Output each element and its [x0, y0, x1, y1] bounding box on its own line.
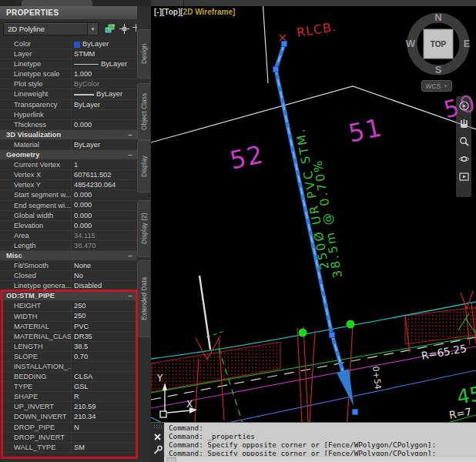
- property-value[interactable]: [71, 433, 137, 443]
- property-value[interactable]: DR35: [71, 332, 137, 342]
- command-window[interactable]: Command:Command: _propertiesCommand: Spe…: [151, 422, 476, 462]
- chevron-down-icon[interactable]: ▾: [87, 23, 98, 35]
- command-history[interactable]: Command:Command: _propertiesCommand: Spe…: [164, 424, 476, 457]
- property-value[interactable]: 0.000: [71, 190, 137, 200]
- property-value[interactable]: No: [71, 271, 137, 281]
- property-value[interactable]: 0.000: [71, 221, 137, 231]
- property-value[interactable]: 4854230.064: [71, 180, 137, 190]
- zoom-icon[interactable]: [458, 135, 469, 148]
- property-value[interactable]: [71, 110, 137, 120]
- property-value[interactable]: 0.000: [71, 120, 137, 130]
- property-row[interactable]: Vertex Y4854230.064: [0, 180, 137, 190]
- property-value[interactable]: 0.000: [71, 201, 137, 211]
- property-row[interactable]: Linetype genera...Disabled: [0, 281, 137, 291]
- property-value[interactable]: 210.59: [71, 402, 137, 412]
- property-row[interactable]: SLOPE0.70: [0, 352, 137, 362]
- property-row[interactable]: LENGTH38.5: [0, 342, 137, 352]
- collapse-icon[interactable]: −: [128, 150, 132, 160]
- drawing-viewport[interactable]: [-][Top][2D Wireframe]: [151, 6, 476, 422]
- property-row[interactable]: TransparencyByLayer: [0, 100, 137, 110]
- property-row[interactable]: MATERIALPVC: [0, 322, 137, 332]
- property-row[interactable]: HEIGHT250: [0, 301, 137, 311]
- property-row[interactable]: Hyperlink: [0, 110, 137, 120]
- property-value[interactable]: 0.70: [71, 352, 137, 362]
- property-value[interactable]: 34.115: [71, 231, 137, 241]
- property-value[interactable]: SM: [71, 443, 137, 453]
- navigation-wheel-icon[interactable]: [458, 99, 469, 112]
- property-row[interactable]: ColorByLayer: [0, 39, 137, 49]
- viewcube[interactable]: TOP N S W E: [405, 11, 473, 79]
- section-header[interactable]: Misc−: [0, 251, 137, 261]
- close-icon[interactable]: [153, 433, 162, 441]
- palette-tab-object-class[interactable]: Object Class: [137, 83, 150, 140]
- wcs-dropdown[interactable]: WCS ▼: [421, 80, 452, 92]
- navigation-bar[interactable]: [456, 96, 471, 197]
- property-value[interactable]: 1.000: [71, 69, 137, 79]
- property-value[interactable]: ByLayer: [71, 89, 137, 99]
- property-value[interactable]: ByLayer: [71, 140, 137, 150]
- property-row[interactable]: Current Vertex1: [0, 160, 137, 170]
- drag-handle[interactable]: [153, 424, 162, 430]
- palette-tab-extended-data[interactable]: Extended Data: [137, 260, 150, 337]
- property-value[interactable]: 38.470: [71, 241, 137, 251]
- showmotion-icon[interactable]: [458, 170, 469, 183]
- collapse-icon[interactable]: −: [128, 291, 132, 301]
- collapse-icon[interactable]: −: [128, 130, 132, 140]
- property-value[interactable]: STMM: [71, 49, 137, 59]
- property-value[interactable]: 38.5: [71, 342, 137, 352]
- property-value[interactable]: None: [71, 261, 137, 271]
- pan-icon[interactable]: [458, 117, 469, 130]
- orbit-icon[interactable]: [458, 152, 469, 166]
- property-value[interactable]: ByLayer: [71, 59, 137, 69]
- palette-tab-design[interactable]: Design: [137, 29, 150, 79]
- property-row[interactable]: MaterialByLayer: [0, 140, 137, 150]
- property-row[interactable]: LinetypeByLayer: [0, 59, 137, 69]
- viewport-controls[interactable]: [-][Top][2D Wireframe]: [154, 8, 235, 16]
- property-row[interactable]: Thickness0.000: [0, 120, 137, 130]
- select-objects-icon[interactable]: [118, 22, 131, 35]
- property-value[interactable]: PVC: [71, 322, 137, 332]
- property-value[interactable]: R: [71, 392, 137, 402]
- property-row[interactable]: UP_INVERT210.59: [0, 402, 137, 412]
- property-row[interactable]: Length38.470: [0, 241, 137, 251]
- property-row[interactable]: Fit/SmoothNone: [0, 261, 137, 271]
- property-row[interactable]: TYPEGSL: [0, 382, 137, 392]
- property-row[interactable]: Plot styleByColor: [0, 79, 137, 89]
- object-type-dropdown[interactable]: 2D Polyline ▾: [3, 22, 99, 35]
- property-row[interactable]: DROP_INVERT: [0, 433, 137, 443]
- property-row[interactable]: ClosedNo: [0, 271, 137, 281]
- property-row[interactable]: INSTALLATION_...: [0, 362, 137, 372]
- collapse-icon[interactable]: −: [128, 251, 132, 261]
- customize-icon[interactable]: [153, 445, 163, 455]
- property-row[interactable]: Elevation0.000: [0, 221, 137, 231]
- property-value[interactable]: CLSA: [71, 372, 137, 382]
- property-row[interactable]: BEDDINGCLSA: [0, 372, 137, 382]
- property-value[interactable]: 250: [71, 301, 137, 311]
- property-row[interactable]: End segment wi...0.000: [0, 201, 137, 211]
- property-row[interactable]: LineweightByLayer: [0, 89, 137, 99]
- property-row[interactable]: Global width0.000: [0, 211, 137, 221]
- section-header[interactable]: Geometry−: [0, 150, 137, 160]
- property-row[interactable]: DROP_PIPEN: [0, 423, 137, 433]
- property-row[interactable]: Start segment w...0.000: [0, 190, 137, 200]
- property-value[interactable]: Disabled: [71, 281, 137, 291]
- property-value[interactable]: 0.000: [71, 211, 137, 221]
- property-value[interactable]: N: [71, 423, 137, 433]
- palette-tab-display-2-[interactable]: Display (2): [137, 200, 150, 257]
- visual-style-label[interactable]: 2D Wireframe]: [183, 8, 236, 16]
- property-row[interactable]: Area34.115: [0, 231, 137, 241]
- property-value[interactable]: [71, 362, 137, 372]
- property-value[interactable]: GSL: [71, 382, 137, 392]
- quick-select-icon[interactable]: [103, 22, 116, 35]
- property-row[interactable]: DOWN_INVERT210.34: [0, 412, 137, 422]
- viewport-control-labels[interactable]: [-][Top][: [154, 8, 183, 16]
- command-input-row[interactable]: [164, 456, 476, 462]
- property-value[interactable]: ByLayer: [71, 100, 137, 110]
- property-value[interactable]: 1: [71, 160, 137, 170]
- property-value[interactable]: ByLayer: [71, 39, 137, 49]
- section-header[interactable]: 3D Visualization−: [0, 130, 137, 140]
- property-value[interactable]: ByColor: [71, 79, 137, 89]
- property-row[interactable]: LayerSTMM: [0, 49, 137, 59]
- property-value[interactable]: 607611.502: [71, 170, 137, 180]
- property-value[interactable]: 250: [71, 312, 137, 322]
